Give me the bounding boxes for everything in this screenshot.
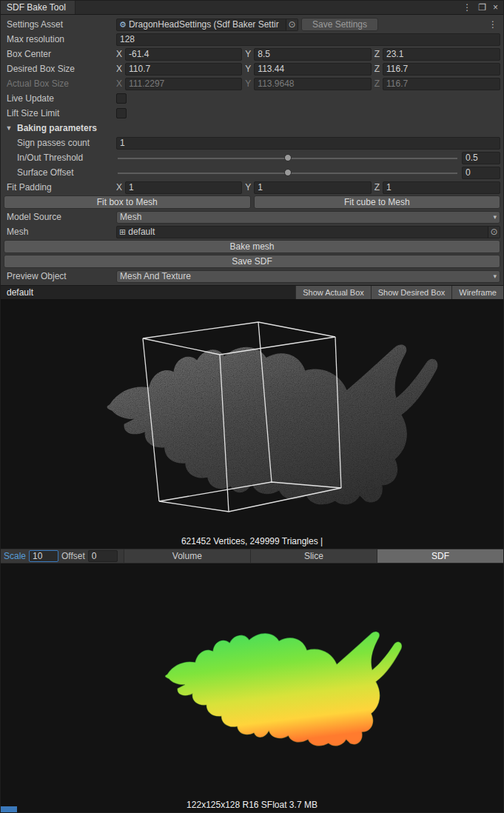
fit-padding-z-input[interactable] xyxy=(383,181,500,194)
baking-parameters-foldout[interactable]: ▼ Baking parameters xyxy=(4,121,500,135)
inspector-panel: Settings Asset ⚙ DragonHeadSettings (Sdf… xyxy=(1,15,503,285)
chevron-down-icon: ▾ xyxy=(493,272,497,280)
surface-offset-label: Surface Offset xyxy=(4,167,113,178)
corner-accent xyxy=(1,806,17,812)
mesh-object-field[interactable]: ⊞ default ⊙ xyxy=(116,226,500,238)
surface-offset-input[interactable] xyxy=(462,167,500,179)
model-source-row: Model Source Mesh ▾ xyxy=(4,210,500,224)
box-center-row: Box Center X Y Z xyxy=(4,47,500,61)
fit-cube-to-mesh-button[interactable]: Fit cube to Mesh xyxy=(254,195,501,209)
tab-slice[interactable]: Slice xyxy=(250,549,377,563)
save-settings-button[interactable]: Save Settings xyxy=(301,18,378,31)
max-resolution-row: Max resolution xyxy=(4,33,500,46)
desired-z-label: Z xyxy=(374,64,380,74)
dragon-mesh-render xyxy=(107,345,437,505)
desired-box-size-label: Desired Box Size xyxy=(4,64,113,74)
preview-toolbar: default Show Actual Box Show Desired Box… xyxy=(1,285,503,300)
show-desired-box-button[interactable]: Show Desired Box xyxy=(371,286,452,299)
box-center-y-input[interactable] xyxy=(254,48,371,61)
settings-asset-icon: ⚙ xyxy=(119,20,127,30)
actual-box-size-row: Actual Box Size X Y Z xyxy=(4,77,500,90)
max-resolution-input[interactable] xyxy=(116,33,500,46)
box-center-x-input[interactable] xyxy=(125,48,242,61)
sdf-view-tabs: Volume Slice SDF xyxy=(124,549,503,563)
window-tab[interactable]: SDF Bake Tool xyxy=(1,1,75,14)
show-desired-box-label: Show Desired Box xyxy=(378,288,446,297)
actual-box-size-label: Actual Box Size xyxy=(4,78,113,89)
fit-box-to-mesh-button[interactable]: Fit box to Mesh xyxy=(4,195,251,209)
tab-sdf-label: SDF xyxy=(431,551,449,561)
sign-passes-count-row: Sign passes count xyxy=(4,136,500,150)
tab-volume[interactable]: Volume xyxy=(124,549,250,563)
in-out-threshold-slider[interactable] xyxy=(116,152,459,164)
actual-x-input xyxy=(125,78,242,90)
show-actual-box-button[interactable]: Show Actual Box xyxy=(295,286,371,299)
fit-box-to-mesh-label: Fit box to Mesh xyxy=(97,197,158,207)
slider-thumb[interactable] xyxy=(284,154,292,161)
sign-passes-count-label: Sign passes count xyxy=(4,138,113,148)
chevron-down-icon: ▾ xyxy=(493,213,497,221)
slider-thumb[interactable] xyxy=(284,169,292,176)
show-actual-box-label: Show Actual Box xyxy=(303,288,364,297)
desired-x-label: X xyxy=(116,64,122,74)
in-out-threshold-input[interactable] xyxy=(462,152,500,164)
sign-passes-count-input[interactable] xyxy=(116,137,500,150)
desired-z-input[interactable] xyxy=(383,63,500,76)
settings-asset-field[interactable]: ⚙ DragonHeadSettings (Sdf Baker Settir ⊙ xyxy=(116,19,298,31)
bake-mesh-row: Bake mesh xyxy=(4,240,500,253)
model-source-label: Model Source xyxy=(4,212,113,222)
preview-object-label: Preview Object xyxy=(4,271,113,281)
dragon-sdf-render xyxy=(165,632,402,746)
preview-object-name: default xyxy=(1,287,39,298)
surface-offset-row: Surface Offset xyxy=(4,166,500,179)
object-picker-icon[interactable]: ⊙ xyxy=(286,19,298,30)
inspector-menu-icon[interactable]: ⋮ xyxy=(485,19,500,30)
actual-z-label: Z xyxy=(374,78,380,89)
model-source-dropdown[interactable]: Mesh ▾ xyxy=(116,211,500,224)
mesh-grid-icon: ⊞ xyxy=(119,227,126,237)
desired-box-size-row: Desired Box Size X Y Z xyxy=(4,62,500,76)
fit-padding-z-label: Z xyxy=(374,182,380,193)
fit-padding-y-input[interactable] xyxy=(254,181,371,194)
max-resolution-label: Max resolution xyxy=(4,34,113,44)
surface-offset-slider[interactable] xyxy=(116,167,459,178)
lift-size-limit-checkbox[interactable] xyxy=(116,108,127,118)
offset-input[interactable] xyxy=(88,550,118,562)
box-center-x-label: X xyxy=(116,49,122,59)
live-update-checkbox[interactable] xyxy=(116,93,127,104)
save-sdf-button[interactable]: Save SDF xyxy=(4,255,500,268)
actual-y-input xyxy=(254,78,371,90)
settings-asset-label: Settings Asset xyxy=(4,19,113,30)
sdf-preview-canvas xyxy=(1,563,503,812)
desired-y-input[interactable] xyxy=(254,63,371,76)
bake-mesh-button[interactable]: Bake mesh xyxy=(4,240,500,253)
box-center-z-input[interactable] xyxy=(383,48,500,61)
save-settings-label: Save Settings xyxy=(312,19,367,30)
actual-y-label: Y xyxy=(245,78,251,89)
bake-mesh-label: Bake mesh xyxy=(229,241,274,252)
lift-size-limit-label: Lift Size Limit xyxy=(4,108,113,118)
baking-parameters-label: Baking parameters xyxy=(17,123,97,133)
fit-padding-label: Fit Padding xyxy=(4,182,113,193)
window-menu-icon[interactable]: ⋮ xyxy=(463,3,471,12)
mesh-preview-canvas xyxy=(1,300,503,549)
desired-x-input[interactable] xyxy=(125,63,242,76)
scale-input[interactable] xyxy=(29,550,58,562)
window-close-icon[interactable]: × xyxy=(493,3,498,12)
window-maximize-icon[interactable]: ❐ xyxy=(478,3,486,12)
title-bar: SDF Bake Tool ⋮ ❐ × xyxy=(1,1,503,15)
object-picker-icon[interactable]: ⊙ xyxy=(488,227,500,238)
actual-x-label: X xyxy=(116,78,122,89)
desired-y-label: Y xyxy=(245,64,251,74)
fit-padding-y-label: Y xyxy=(245,182,251,193)
save-sdf-row: Save SDF xyxy=(4,255,500,268)
fit-padding-row: Fit Padding X Y Z xyxy=(4,181,500,194)
mesh-preview-viewport[interactable]: 621452 Vertices, 249999 Triangles | xyxy=(1,300,503,549)
scale-label: Scale xyxy=(4,551,26,561)
preview-object-dropdown[interactable]: Mesh And Texture ▾ xyxy=(116,270,500,283)
fit-padding-x-input[interactable] xyxy=(125,181,242,194)
tab-sdf[interactable]: SDF xyxy=(377,549,503,563)
live-update-row: Live Update xyxy=(4,92,500,105)
wireframe-button[interactable]: Wireframe xyxy=(451,286,503,299)
sdf-preview-viewport[interactable]: 122x125x128 R16 SFloat 3.7 MB xyxy=(1,563,503,812)
